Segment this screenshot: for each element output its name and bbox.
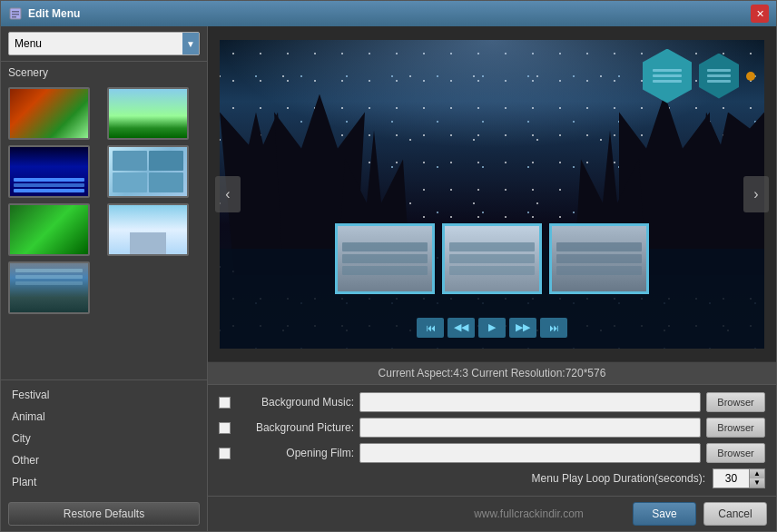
cancel-button[interactable]: Cancel xyxy=(703,502,767,526)
title-bar: Edit Menu ✕ xyxy=(1,1,776,26)
dropdown-value: Menu xyxy=(15,37,182,50)
thumb-7[interactable] xyxy=(8,261,90,314)
thumb-3[interactable] xyxy=(8,145,90,198)
status-bar: Current Aspect:4:3 Current Resolution:72… xyxy=(208,361,776,384)
menu-dropdown[interactable]: Menu ▼ xyxy=(8,32,200,55)
category-plant[interactable]: Plant xyxy=(1,471,207,493)
opening-film-browser-button[interactable]: Browser xyxy=(706,443,765,463)
next-arrow-button[interactable]: › xyxy=(743,176,769,212)
thumb-2[interactable] xyxy=(107,87,189,140)
bg-music-row: Background Music: Browser xyxy=(219,392,765,412)
main-content: Menu ▼ Scenery xyxy=(1,26,776,531)
bg-picture-row: Background Picture: Browser xyxy=(219,418,765,438)
loop-row: Menu Play Loop Duration(seconds): ▲ ▼ xyxy=(219,468,765,488)
play-button[interactable]: ▶ xyxy=(478,318,506,338)
loop-value-input[interactable] xyxy=(713,468,749,488)
footer-buttons: Save Cancel xyxy=(633,502,767,526)
title-bar-text: Edit Menu xyxy=(28,7,751,20)
thumbnails-area[interactable] xyxy=(1,84,207,379)
svg-rect-3 xyxy=(12,16,16,18)
footer-watermark: www.fullcrackindir.com xyxy=(425,507,633,520)
category-city[interactable]: City xyxy=(1,428,207,449)
bg-music-checkbox[interactable] xyxy=(219,397,231,409)
left-panel: Menu ▼ Scenery xyxy=(1,26,208,531)
strip-thumb-1[interactable] xyxy=(335,223,435,294)
loop-decrement-button[interactable]: ▼ xyxy=(750,478,764,488)
footer-bar: www.fullcrackindir.com Save Cancel xyxy=(208,496,776,531)
restore-defaults-button[interactable]: Restore Defaults xyxy=(8,502,200,526)
bg-picture-label: Background Picture: xyxy=(236,421,354,434)
thumb-1[interactable] xyxy=(8,87,90,140)
hex-shape-large xyxy=(643,49,692,103)
loop-spinner: ▲ ▼ xyxy=(749,468,765,488)
bg-music-browser-button[interactable]: Browser xyxy=(706,392,765,412)
hex-dot xyxy=(746,72,755,81)
hex-shape-small xyxy=(699,54,739,99)
prev-arrow-button[interactable]: ‹ xyxy=(215,176,241,212)
rewind-button[interactable]: ◀◀ xyxy=(448,318,475,338)
bg-picture-checkbox[interactable] xyxy=(219,422,231,434)
thumb-5[interactable] xyxy=(8,203,90,256)
svg-rect-2 xyxy=(12,14,19,15)
thumb-6[interactable] xyxy=(107,203,189,256)
edit-menu-window: Edit Menu ✕ Menu ▼ Scenery xyxy=(0,0,777,532)
bg-picture-browser-button[interactable]: Browser xyxy=(706,418,765,438)
thumbnail-strip xyxy=(335,223,649,294)
settings-panel: Background Music: Browser Background Pic… xyxy=(208,384,776,496)
loop-increment-button[interactable]: ▲ xyxy=(750,469,764,478)
title-bar-icon xyxy=(8,6,23,21)
loop-label: Menu Play Loop Duration(seconds): xyxy=(532,472,705,485)
preview-bg: ⏮ ◀◀ ▶ ▶▶ ⏭ xyxy=(220,40,764,349)
skip-forward-button[interactable]: ⏭ xyxy=(540,318,567,338)
loop-input-wrap: ▲ ▼ xyxy=(713,468,765,488)
playback-controls: ⏮ ◀◀ ▶ ▶▶ ⏭ xyxy=(417,318,567,338)
categories-list: Festival Animal City Other Plant xyxy=(1,379,207,497)
thumbnails-grid xyxy=(8,87,200,314)
close-button[interactable]: ✕ xyxy=(751,5,769,23)
category-animal[interactable]: Animal xyxy=(1,406,207,428)
opening-film-label: Opening Film: xyxy=(236,447,354,459)
strip-thumb-2[interactable] xyxy=(442,223,542,294)
scenery-label: Scenery xyxy=(1,62,207,84)
opening-film-input[interactable] xyxy=(359,443,701,463)
fast-forward-button[interactable]: ▶▶ xyxy=(509,318,536,338)
bg-music-label: Background Music: xyxy=(236,396,354,409)
preview-area: ⏮ ◀◀ ▶ ▶▶ ⏭ ‹ › xyxy=(208,26,776,361)
opening-film-checkbox[interactable] xyxy=(219,448,231,459)
bg-music-input[interactable] xyxy=(359,392,701,412)
skip-back-button[interactable]: ⏮ xyxy=(417,318,444,338)
dropdown-row: Menu ▼ xyxy=(1,26,207,62)
strip-thumb-3[interactable] xyxy=(549,223,649,294)
thumb-4[interactable] xyxy=(107,145,189,198)
svg-rect-1 xyxy=(12,11,19,13)
category-festival[interactable]: Festival xyxy=(1,384,207,406)
hex-decorations xyxy=(643,49,755,103)
dropdown-arrow: ▼ xyxy=(182,33,199,54)
right-panel: ⏮ ◀◀ ▶ ▶▶ ⏭ ‹ › Current Aspect:4:3 Curre… xyxy=(208,26,776,531)
save-button[interactable]: Save xyxy=(633,502,696,526)
category-other[interactable]: Other xyxy=(1,449,207,471)
opening-film-row: Opening Film: Browser xyxy=(219,443,765,463)
bg-picture-input[interactable] xyxy=(359,418,701,438)
status-text: Current Aspect:4:3 Current Resolution:72… xyxy=(379,367,606,379)
